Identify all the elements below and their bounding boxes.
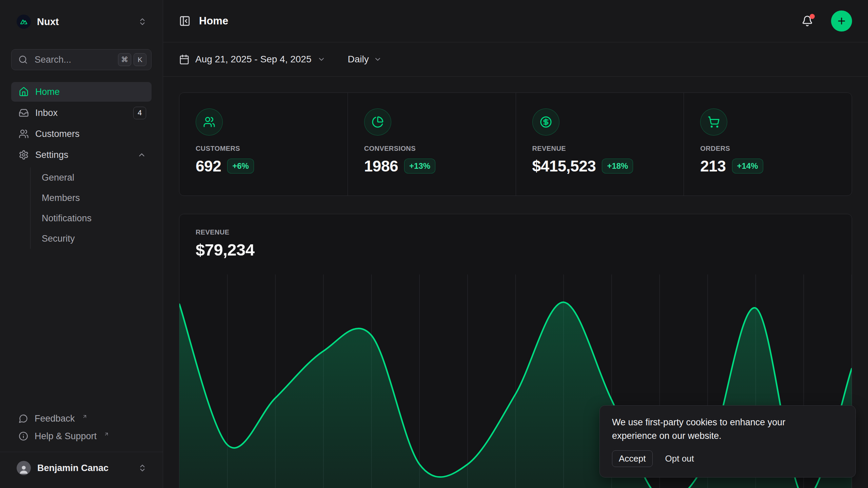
external-link-icon (104, 429, 109, 439)
feedback-icon (19, 414, 28, 423)
stat-value: $415,523 (532, 157, 596, 175)
stat-label: CUSTOMERS (196, 145, 331, 152)
help-support-link[interactable]: Help & Support (11, 427, 152, 445)
inbox-icon (19, 108, 29, 118)
settings-subnav: General Members Notifications Security (30, 167, 152, 249)
sidebar-item-settings[interactable]: Settings (11, 145, 152, 165)
footer-link-label: Feedback (35, 413, 75, 424)
users-icon (19, 129, 29, 139)
notifications-button[interactable] (802, 15, 813, 27)
stat-delta-badge: +18% (602, 159, 633, 174)
granularity-select[interactable]: Daily (348, 54, 382, 65)
sidebar-nav: Home Inbox 4 Customers Settings (11, 82, 152, 249)
chevron-up-icon (137, 150, 146, 159)
notification-dot (810, 14, 815, 19)
sidebar-item-label: Inbox (35, 108, 127, 118)
avatar (17, 461, 31, 475)
sidebar-item-home[interactable]: Home (11, 82, 152, 102)
cookie-message: We use first-party cookies to enhance yo… (612, 415, 815, 443)
stat-label: ORDERS (700, 145, 835, 152)
page-header: Home (163, 0, 868, 42)
team-switcher[interactable]: Nuxt (11, 14, 152, 30)
stats-row: CUSTOMERS 692 +6% CONVERSIONS 1986 +13% (179, 93, 852, 196)
opt-out-button[interactable]: Opt out (665, 453, 694, 464)
chart-total-value: $79,234 (196, 240, 835, 259)
footer-link-label: Help & Support (35, 431, 97, 442)
stat-card-orders[interactable]: ORDERS 213 +14% (684, 93, 852, 196)
filters-toolbar: Aug 21, 2025 - Sep 4, 2025 Daily (163, 42, 868, 77)
sidebar-divider (0, 452, 163, 452)
page-title: Home (199, 15, 793, 27)
stat-delta-badge: +6% (227, 159, 254, 174)
sidebar-item-security[interactable]: Security (42, 228, 152, 249)
cart-icon (700, 108, 727, 136)
user-menu[interactable]: Benjamin Canac (11, 458, 152, 479)
team-name: Nuxt (37, 16, 132, 27)
chevrons-up-down-icon (138, 17, 147, 26)
user-name: Benjamin Canac (37, 463, 132, 473)
info-icon (19, 431, 28, 441)
pie-chart-icon (364, 108, 391, 136)
kbd-cmd: ⌘ (118, 53, 131, 66)
dollar-circle-icon (532, 108, 559, 136)
chevron-down-icon (317, 55, 326, 63)
nuxt-logo-icon (17, 15, 31, 29)
add-button[interactable] (831, 11, 852, 32)
stat-delta-badge: +14% (732, 159, 763, 174)
search-icon (18, 55, 28, 64)
inbox-count-badge: 4 (133, 107, 146, 119)
date-range-picker[interactable]: Aug 21, 2025 - Sep 4, 2025 (179, 54, 326, 65)
chart-title: REVENUE (196, 228, 835, 236)
stat-value: 213 (700, 157, 726, 175)
external-link-icon (82, 411, 87, 422)
sidebar-item-general[interactable]: General (42, 167, 152, 188)
sidebar-spacer (11, 249, 152, 410)
stat-label: CONVERSIONS (364, 145, 499, 152)
stat-card-customers[interactable]: CUSTOMERS 692 +6% (179, 93, 348, 196)
search-shortcut: ⌘ K (118, 53, 146, 66)
home-icon (19, 87, 29, 97)
sidebar-item-label: Customers (35, 129, 146, 139)
feedback-link[interactable]: Feedback (11, 410, 152, 427)
kbd-k: K (134, 53, 146, 66)
sidebar-item-customers[interactable]: Customers (11, 124, 152, 144)
search-placeholder: Search... (35, 55, 111, 65)
stat-value: 1986 (364, 157, 398, 175)
stat-card-revenue[interactable]: REVENUE $415,523 +18% (516, 93, 684, 196)
plus-icon (836, 16, 847, 26)
sidebar: Nuxt Search... ⌘ K Home (0, 0, 163, 488)
stat-value: 692 (196, 157, 221, 175)
sidebar-item-notifications[interactable]: Notifications (42, 208, 152, 228)
sidebar-collapse-icon[interactable] (179, 15, 191, 27)
dashboard-app: Nuxt Search... ⌘ K Home (0, 0, 868, 488)
stat-delta-badge: +13% (404, 159, 435, 174)
accept-button[interactable]: Accept (612, 450, 653, 467)
users-icon (196, 108, 223, 136)
sidebar-item-inbox[interactable]: Inbox 4 (11, 103, 152, 123)
chevrons-up-down-icon (138, 464, 147, 472)
settings-icon (19, 150, 29, 160)
calendar-icon (179, 54, 190, 65)
stat-card-conversions[interactable]: CONVERSIONS 1986 +13% (348, 93, 516, 196)
granularity-value: Daily (348, 54, 369, 65)
date-range-value: Aug 21, 2025 - Sep 4, 2025 (195, 54, 312, 65)
cookie-banner: We use first-party cookies to enhance yo… (599, 405, 856, 477)
stat-label: REVENUE (532, 145, 668, 152)
sidebar-item-members[interactable]: Members (42, 188, 152, 208)
sidebar-item-label: Settings (35, 150, 131, 160)
sidebar-item-label: Home (35, 87, 146, 97)
search-input[interactable]: Search... ⌘ K (11, 49, 152, 70)
chevron-down-icon (374, 55, 382, 63)
